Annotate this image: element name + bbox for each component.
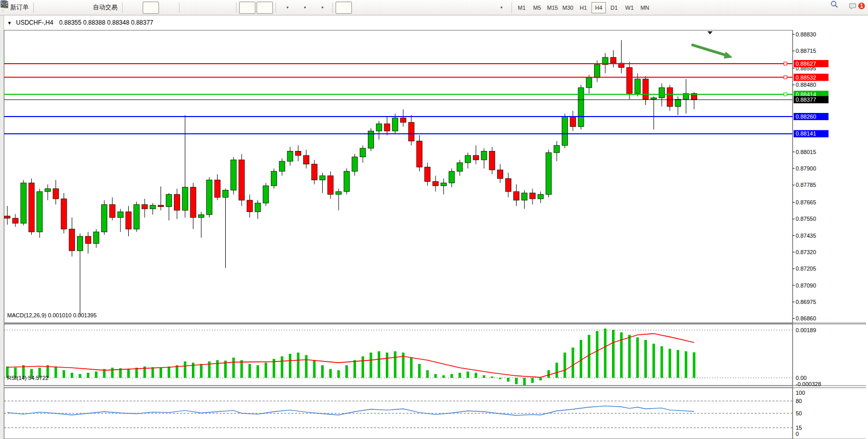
macd-tick-label: 0.00 xyxy=(796,375,806,381)
rsi-indicator-label: RSI(14) 54.5722 xyxy=(7,375,49,381)
channel-button[interactable]: F xyxy=(440,2,457,14)
level-handle[interactable] xyxy=(784,93,787,96)
new-chart-button[interactable]: ▾ xyxy=(279,2,295,14)
timeframe-m1-button[interactable]: M1 xyxy=(515,2,529,13)
candlestick-series xyxy=(5,40,697,316)
level-price-label: 0.88141 xyxy=(796,130,816,137)
macd-tick-label: 0.00189 xyxy=(796,327,816,333)
trendline-button[interactable] xyxy=(405,2,422,14)
chart-shift-button[interactable] xyxy=(257,2,273,14)
pane-border xyxy=(4,324,793,386)
rsi-line xyxy=(7,406,694,415)
macd-indicator-label: MACD(12,26,9) 0.001010 0.001395 xyxy=(7,312,96,318)
price-tick-label: 0.86975 xyxy=(796,299,816,305)
candlestick-chart-button[interactable] xyxy=(143,2,159,14)
chart-canvas[interactable]: 0.888300.887150.885950.884800.880150.879… xyxy=(0,15,868,439)
price-tick-label: 0.86860 xyxy=(796,315,816,321)
bar-chart-button[interactable] xyxy=(125,2,142,14)
notifications-button[interactable]: 1 xyxy=(848,2,864,14)
toolbar-groups: 新订单自动交易▾▾▾EFAT▾ xyxy=(6,2,509,14)
cursor-button[interactable] xyxy=(336,2,352,14)
search-button[interactable] xyxy=(831,2,847,14)
timeframe-d1-button[interactable]: D1 xyxy=(607,2,621,13)
line-chart-button[interactable] xyxy=(160,2,176,14)
rsi-tick-label: 100 xyxy=(796,390,805,396)
templates-button[interactable]: ▾ xyxy=(313,2,330,14)
timeframe-h4-button[interactable]: H4 xyxy=(591,2,606,13)
new-order-button-label: 新订单 xyxy=(10,3,29,12)
rsi-tick-label: 50 xyxy=(796,410,802,416)
autotrade-button[interactable]: 自动交易 xyxy=(89,2,120,14)
macd-histogram xyxy=(6,329,696,386)
price-tick-label: 0.87090 xyxy=(796,282,816,289)
price-tick-label: 0.87320 xyxy=(796,249,816,255)
timeframe-m15-button[interactable]: M15 xyxy=(545,2,560,13)
macd-tick-label: -0.000328 xyxy=(796,381,821,387)
price-tick-label: 0.87665 xyxy=(796,199,816,205)
price-tick-label: 0.88830 xyxy=(796,31,816,37)
symbol-period-label: USDCHF-,H4 xyxy=(16,19,53,26)
ohlc-values: 0.88355 0.88388 0.88348 0.88377 xyxy=(59,19,153,26)
caret-down-icon: ▾ xyxy=(321,5,323,10)
chart-title: ▼ USDCHF-,H4 0.88355 0.88388 0.88348 0.8… xyxy=(7,19,153,26)
price-tick-label: 0.88015 xyxy=(796,149,816,155)
autoscroll-button[interactable] xyxy=(239,2,255,14)
main-toolbar: 新订单自动交易▾▾▾EFAT▾ M1M5M15M30H1H4D1W1MN 1 xyxy=(0,0,868,15)
timeframe-m30-button[interactable]: M30 xyxy=(561,2,575,13)
timeframe-w1-button[interactable]: W1 xyxy=(622,2,637,13)
level-handle[interactable] xyxy=(784,62,787,65)
text-button[interactable]: A xyxy=(458,2,474,14)
timeframe-m5-button[interactable]: M5 xyxy=(530,2,544,13)
fibonacci-button[interactable]: E xyxy=(423,2,439,14)
timeframe-h1-button[interactable]: H1 xyxy=(576,2,590,13)
price-tick-label: 0.88715 xyxy=(796,48,816,54)
macd-signal-line xyxy=(7,334,694,377)
chart-window[interactable]: ▼ USDCHF-,H4 0.88355 0.88388 0.88348 0.8… xyxy=(0,15,868,439)
caret-down-icon: ▾ xyxy=(500,5,502,10)
timeframe-mn-button[interactable]: MN xyxy=(638,2,652,13)
horizontal-line-button[interactable] xyxy=(388,2,404,14)
signals-button[interactable] xyxy=(71,2,88,14)
tile-windows-button[interactable] xyxy=(217,2,233,14)
periods-button[interactable]: ▾ xyxy=(296,2,312,14)
price-tick-label: 0.88480 xyxy=(796,82,816,88)
price-tick-label: 0.87900 xyxy=(796,165,816,171)
new-order-button[interactable]: 新订单 xyxy=(6,2,31,14)
rsi-tick-label: 80 xyxy=(796,398,802,404)
timeframe-toolbar: M1M5M15M30H1H4D1W1MN xyxy=(514,2,653,13)
rsi-tick-label: 0 xyxy=(796,431,799,437)
zoom-in-button[interactable] xyxy=(182,2,199,14)
price-tick-label: 0.87435 xyxy=(796,233,816,239)
trend-arrow-head xyxy=(724,52,733,59)
vertical-line-button[interactable] xyxy=(370,2,387,14)
trend-arrow[interactable] xyxy=(692,45,728,56)
price-tick-label: 0.87205 xyxy=(796,265,816,272)
arrows-button[interactable]: ▾ xyxy=(492,2,509,14)
caret-down-icon: ▾ xyxy=(304,5,306,10)
profile-button[interactable] xyxy=(54,2,70,14)
crosshair-button[interactable] xyxy=(353,2,369,14)
pane-border xyxy=(4,30,793,323)
market-button[interactable] xyxy=(36,2,53,14)
rsi-tick-label: 15 xyxy=(796,425,802,431)
text-label-button[interactable]: T xyxy=(475,2,491,14)
chart-shift-marker[interactable] xyxy=(707,31,713,34)
price-tick-label: 0.87550 xyxy=(796,216,816,222)
caret-down-icon: ▾ xyxy=(286,5,288,10)
notification-badge: 1 xyxy=(858,3,865,9)
price-tick-label: 0.87785 xyxy=(796,182,816,188)
level-price-label: 0.88627 xyxy=(796,61,816,67)
level-price-label: 0.88377 xyxy=(796,97,816,103)
level-handle[interactable] xyxy=(784,76,787,79)
level-price-label: 0.88532 xyxy=(796,74,816,81)
level-price-label: 0.88260 xyxy=(796,113,816,120)
chart-menu-icon[interactable]: ▼ xyxy=(7,21,12,26)
zoom-out-button[interactable] xyxy=(200,2,216,14)
autotrade-button-label: 自动交易 xyxy=(93,3,117,12)
